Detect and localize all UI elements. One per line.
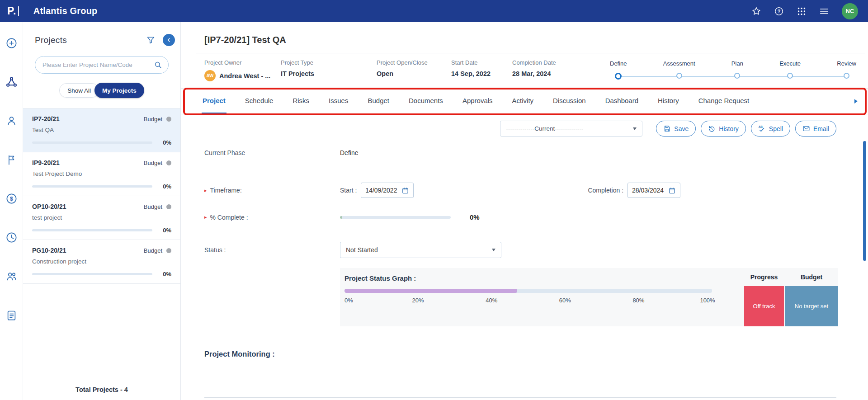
project-list-item[interactable]: IP7-20/21 Budget Test QA 0% <box>23 108 180 152</box>
projects-sidebar: Projects Show All My Projects IP7-20/ <box>23 22 181 400</box>
org-title: Atlantis Group <box>33 6 98 16</box>
phase-label: Execute <box>779 60 801 67</box>
calendar-icon[interactable] <box>668 187 676 194</box>
tab[interactable]: Budget <box>367 89 390 114</box>
project-percent: 0% <box>160 271 171 278</box>
top-bar: P. Atlantis Group ? NC <box>0 0 868 22</box>
filter-icon[interactable] <box>146 35 156 45</box>
spell-check-button[interactable]: AB Spell <box>751 121 790 136</box>
project-search-input[interactable] <box>35 56 169 74</box>
favorite-star-icon[interactable] <box>751 6 761 16</box>
tabs-overflow-arrow-icon[interactable] <box>852 97 860 105</box>
project-monitoring-heading: Project Monitoring : <box>181 350 868 358</box>
menu-icon[interactable] <box>819 6 829 16</box>
resource-icon[interactable] <box>5 114 18 127</box>
budget-status-dot-icon <box>166 160 171 165</box>
email-button[interactable]: Email <box>795 121 836 136</box>
topbar-actions: ? NC <box>751 3 858 19</box>
scale-label: 60% <box>559 297 571 304</box>
add-button[interactable] <box>5 37 18 49</box>
completion-date-input[interactable]: 28/03/2024 <box>627 183 680 198</box>
user-avatar[interactable]: NC <box>842 3 858 19</box>
tab[interactable]: Schedule <box>244 89 274 114</box>
project-code: IP7-20/21 <box>32 115 60 122</box>
portfolio-network-icon[interactable] <box>5 75 18 88</box>
my-projects-button[interactable]: My Projects <box>94 83 144 98</box>
progress-column-header: Progress <box>744 268 784 286</box>
phase-step[interactable]: Execute <box>779 60 801 80</box>
app-logo[interactable]: P. <box>7 5 19 17</box>
project-list-item[interactable]: OP10-20/21 Budget test project 0% <box>23 196 180 240</box>
info-field: Project Owner AW Andrea West - ... <box>204 59 281 81</box>
timeframe-label: ▸ Timeframe: <box>204 187 340 194</box>
tab[interactable]: Change Request <box>698 89 750 114</box>
show-all-button[interactable]: Show All <box>59 83 99 98</box>
project-list-item[interactable]: IP9-20/21 Budget Test Project Demo 0% <box>23 152 180 196</box>
project-percent: 0% <box>160 183 171 190</box>
save-button[interactable]: Save <box>656 121 696 136</box>
project-list-item[interactable]: PG10-20/21 Budget Construction project 0… <box>23 240 180 284</box>
vertical-scrollbar[interactable] <box>863 141 866 261</box>
finance-icon[interactable]: $ <box>5 192 18 205</box>
phase-circle-icon <box>734 73 740 79</box>
required-bullet-icon: ▸ <box>204 214 207 220</box>
budget-column-header: Budget <box>785 268 838 286</box>
budget-status-dot-icon <box>166 117 171 122</box>
info-field-value: IT Projects <box>281 70 314 77</box>
version-dropdown[interactable]: --------------Current-------------- <box>500 121 642 136</box>
budget-status-badge: No target set <box>785 286 838 326</box>
info-field-value: Andrea West - ... <box>219 72 270 80</box>
collapse-sidebar-button[interactable] <box>163 34 175 46</box>
search-icon[interactable] <box>154 61 162 69</box>
phase-label: Assessment <box>663 60 695 67</box>
tab[interactable]: History <box>657 89 680 114</box>
phase-step[interactable]: Assessment <box>663 60 695 80</box>
status-label: Status : <box>204 246 340 254</box>
tab[interactable]: Activity <box>511 89 535 114</box>
status-graph-bar <box>344 289 712 293</box>
phase-label: Review <box>837 60 856 67</box>
phase-circle-icon <box>844 73 849 79</box>
project-budget-tag: Budget <box>144 116 162 122</box>
owner-avatar: AW <box>204 70 216 81</box>
svg-text:AB: AB <box>759 125 763 128</box>
project-name: Construction project <box>32 258 171 265</box>
tab[interactable]: Dashboard <box>604 89 639 114</box>
status-dropdown[interactable]: Not Started <box>340 242 501 258</box>
chevron-down-icon <box>492 249 495 251</box>
start-label: Start : <box>340 187 357 194</box>
start-date-input[interactable]: 14/09/2022 <box>361 183 414 198</box>
tab[interactable]: Documents <box>408 89 444 114</box>
apps-grid-icon[interactable] <box>797 6 807 16</box>
phase-label: Plan <box>731 60 743 67</box>
info-field: Project Open/Close Open <box>377 59 451 81</box>
calendar-icon[interactable] <box>401 187 409 194</box>
page-title: [IP7-20/21] Test QA <box>204 35 865 45</box>
tab[interactable]: Project <box>202 89 226 114</box>
tab[interactable]: Issues <box>328 89 349 114</box>
reports-icon[interactable] <box>5 309 18 321</box>
history-button[interactable]: History <box>701 121 746 136</box>
toolbar: --------------Current-------------- Save… <box>204 121 836 136</box>
scale-label: 40% <box>486 297 497 304</box>
info-field: Completion Date 28 Mar, 2024 <box>512 59 601 81</box>
team-icon[interactable] <box>5 270 18 282</box>
sidebar-heading: Projects <box>35 35 67 45</box>
phase-step[interactable]: Review <box>837 60 856 80</box>
timesheet-clock-icon[interactable] <box>5 231 18 244</box>
tab[interactable]: Approvals <box>462 89 494 114</box>
project-code: PG10-20/21 <box>32 247 66 254</box>
project-budget-tag: Budget <box>144 160 162 166</box>
tab[interactable]: Discussion <box>552 89 587 114</box>
budget-status-dot-icon <box>166 248 171 253</box>
phase-step[interactable]: Plan <box>731 60 743 80</box>
help-icon[interactable]: ? <box>774 6 784 16</box>
progress-status-badge: Off track <box>744 286 784 326</box>
project-name: Test Project Demo <box>32 170 171 177</box>
projects-flag-icon[interactable] <box>5 153 18 166</box>
phase-step[interactable]: Define <box>610 60 627 80</box>
info-field-label: Start Date <box>451 59 512 66</box>
percent-complete-bar[interactable] <box>340 216 451 219</box>
project-percent: 0% <box>160 139 171 146</box>
tab[interactable]: Risks <box>292 89 310 114</box>
